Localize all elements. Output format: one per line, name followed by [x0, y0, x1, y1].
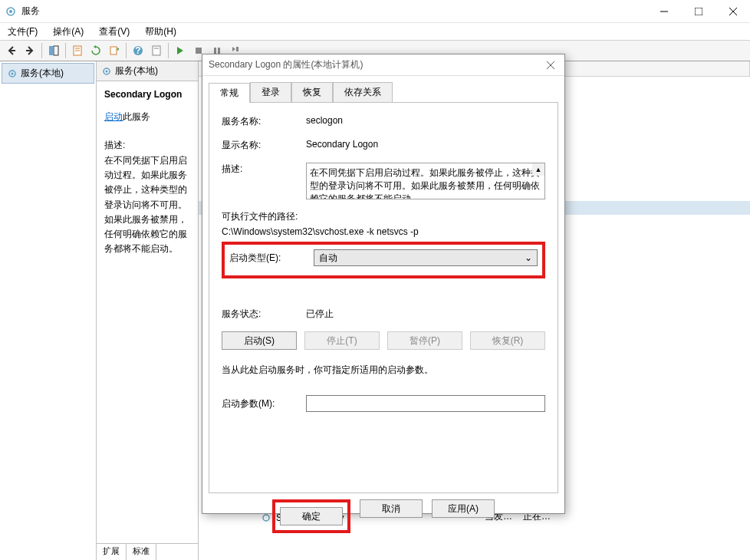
menu-bar: 文件(F) 操作(A) 查看(V) 帮助(H) [0, 23, 750, 40]
scroll-up-icon[interactable]: ▲ [532, 163, 544, 176]
tab-dependencies[interactable]: 依存关系 [333, 82, 393, 102]
svg-rect-9 [54, 46, 58, 55]
minimize-button[interactable] [646, 0, 681, 23]
svg-rect-18 [196, 48, 202, 54]
dialog-buttons: 确定 取消 应用(A) [202, 499, 564, 541]
start-button[interactable]: 启动(S) [222, 331, 297, 350]
menu-file[interactable]: 文件(F) [5, 24, 41, 40]
properties-button[interactable] [148, 42, 165, 59]
ok-button[interactable]: 确定 [280, 507, 343, 525]
detail-tabs: 扩展 标准 [97, 543, 198, 560]
stop-button: 停止(T) [304, 331, 380, 350]
menu-view[interactable]: 查看(V) [96, 24, 133, 40]
highlight-startup-type: 启动类型(E): 自动 ⌄ [222, 242, 545, 278]
svg-point-23 [12, 72, 14, 74]
service-name-value: seclogon [306, 115, 545, 126]
display-name-label: 显示名称: [222, 139, 306, 152]
svg-rect-8 [49, 46, 53, 55]
service-name-label: 服务名称: [222, 115, 306, 128]
display-name-value: Secondary Logon [306, 139, 545, 150]
svg-rect-19 [214, 48, 216, 54]
refresh-icon[interactable] [87, 42, 104, 59]
svg-text:?: ? [135, 45, 140, 56]
service-status-value: 已停止 [306, 308, 334, 321]
tree-root-services[interactable]: 服务(本地) [2, 63, 94, 84]
startup-note: 当从此处启动服务时，你可指定所适用的启动参数。 [222, 364, 545, 377]
startup-type-value: 自动 [319, 252, 337, 265]
dialog-tabs: 常规 登录 恢复 依存关系 [209, 82, 558, 102]
startup-type-dropdown[interactable]: 自动 ⌄ [314, 249, 538, 266]
show-hide-tree-button[interactable] [45, 42, 62, 59]
window-title: 服务 [21, 5, 646, 18]
properties-icon[interactable] [69, 42, 86, 59]
tab-recovery[interactable]: 恢复 [291, 82, 333, 102]
svg-rect-21 [236, 47, 238, 51]
description-textbox[interactable]: 在不同凭据下启用启动过程。如果此服务被停止，这种类型的登录访问将不可用。如果此服… [306, 163, 545, 199]
service-name-heading: Secondary Logon [104, 89, 190, 100]
tree-root-label: 服务(本地) [21, 67, 64, 80]
detail-panel-header: 服务(本地) [97, 61, 198, 81]
start-params-input[interactable] [306, 395, 545, 412]
exe-path-value: C:\Windows\system32\svchost.exe -k netsv… [222, 226, 545, 237]
cancel-button[interactable]: 取消 [360, 499, 423, 518]
apply-button[interactable]: 应用(A) [432, 499, 495, 518]
svg-rect-13 [110, 47, 117, 54]
startup-type-label: 启动类型(E): [229, 252, 314, 265]
tab-extended[interactable]: 扩展 [97, 544, 127, 560]
chevron-down-icon: ⌄ [525, 252, 532, 263]
export-icon[interactable] [106, 42, 123, 59]
services-icon [5, 5, 17, 18]
back-button[interactable] [3, 42, 20, 59]
pause-button: 暂停(P) [387, 331, 462, 350]
close-button[interactable] [715, 0, 750, 23]
gear-icon [101, 66, 112, 77]
dialog-body: 服务名称: seclogon 显示名称: Secondary Logon 描述:… [209, 102, 558, 493]
dialog-title: Secondary Logon 的属性(本地计算机) [209, 58, 543, 71]
svg-rect-16 [153, 46, 160, 55]
tab-logon[interactable]: 登录 [250, 82, 291, 102]
start-suffix: 此服务 [123, 111, 150, 122]
svg-rect-3 [695, 8, 702, 15]
description-label: 描述: [222, 163, 306, 176]
tab-standard[interactable]: 标准 [127, 544, 156, 560]
start-service-icon[interactable] [172, 42, 189, 59]
svg-point-1 [9, 10, 12, 13]
title-bar: 服务 [0, 0, 750, 23]
start-params-label: 启动参数(M): [222, 397, 306, 410]
start-service-link[interactable]: 启动 [104, 111, 123, 122]
svg-point-25 [106, 70, 108, 72]
service-status-label: 服务状态: [222, 308, 306, 321]
menu-help[interactable]: 帮助(H) [142, 24, 179, 40]
maximize-button[interactable] [681, 0, 715, 23]
detail-panel: 服务(本地) Secondary Logon 启动此服务 描述: 在不同凭据下启… [97, 61, 199, 560]
dialog-title-bar: Secondary Logon 的属性(本地计算机) [202, 54, 564, 76]
properties-dialog: Secondary Logon 的属性(本地计算机) 常规 登录 恢复 依存关系… [202, 54, 565, 514]
exe-path-label: 可执行文件的路径: [222, 210, 545, 223]
gear-icon [7, 68, 18, 79]
help-icon[interactable]: ? [130, 42, 146, 59]
highlight-ok-button: 确定 [272, 499, 350, 533]
detail-header-label: 服务(本地) [115, 64, 158, 77]
service-description: 在不同凭据下启用启动过程。如果此服务被停止，这种类型的登录访问将不可用。如果此服… [104, 153, 190, 256]
left-tree-panel: 服务(本地) [0, 61, 97, 560]
description-label: 描述: [104, 139, 190, 152]
resume-button: 恢复(R) [470, 331, 545, 350]
tab-general[interactable]: 常规 [209, 83, 250, 103]
svg-rect-20 [218, 48, 220, 54]
forward-button[interactable] [21, 42, 38, 59]
dialog-close-button[interactable] [543, 58, 558, 73]
menu-action[interactable]: 操作(A) [50, 24, 87, 40]
